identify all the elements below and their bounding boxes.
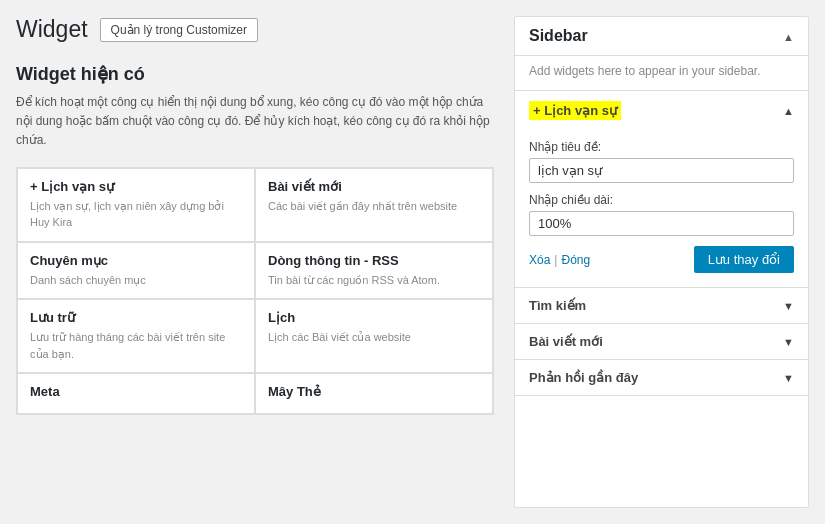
form-field-title: Nhập tiêu đề: bbox=[529, 140, 794, 183]
widget-name-lich-van-su: + Lịch vạn sự bbox=[30, 179, 114, 194]
accordion-phan-hoi-label: Phản hồi gần đây bbox=[529, 370, 638, 385]
field-title-input[interactable] bbox=[529, 158, 794, 183]
widget-name-luu-tru: Lưu trữ bbox=[30, 310, 242, 325]
accordion-lich-van-su-body: Nhập tiêu đề: Nhập chiều dài: Xóa | Đóng… bbox=[515, 130, 808, 287]
widget-desc-luu-tru: Lưu trữ hàng tháng các bài viết trên sit… bbox=[30, 329, 242, 362]
field-width-input[interactable] bbox=[529, 211, 794, 236]
sidebar-panel: Sidebar Add widgets here to appear in yo… bbox=[514, 16, 809, 508]
widget-name-meta: Meta bbox=[30, 384, 242, 399]
accordion-bai-viet-moi: Bài viết mới bbox=[515, 324, 808, 360]
widget-desc-lich: Lịch các Bài viết của website bbox=[268, 329, 480, 346]
accordion-lich-van-su-header[interactable]: + Lịch vạn sự bbox=[515, 91, 808, 130]
form-links: Xóa | Đóng bbox=[529, 253, 590, 267]
accordion-tim-kiem-label: Tìm kiếm bbox=[529, 298, 586, 313]
sidebar-collapse-icon[interactable] bbox=[783, 28, 794, 44]
available-widgets-desc: Để kích hoạt một công cụ hiển thị nội du… bbox=[16, 93, 494, 151]
customizer-button[interactable]: Quản lý trong Customizer bbox=[100, 18, 258, 42]
widget-desc-lich-van-su: Lịch vạn sự, lịch vạn niên xây dựng bởi … bbox=[30, 198, 242, 231]
widget-name-chuyen-muc: Chuyên mục bbox=[30, 253, 242, 268]
accordion-lich-van-su-arrow[interactable] bbox=[783, 103, 794, 118]
widget-item-chuyen-muc[interactable]: Chuyên mục Danh sách chuyên mục bbox=[17, 242, 255, 300]
widget-name-bai-viet-moi: Bài viết mới bbox=[268, 179, 480, 194]
widget-name-rss: Dòng thông tin - RSS bbox=[268, 253, 480, 268]
accordion-phan-hoi-header[interactable]: Phản hồi gần đây bbox=[515, 360, 808, 395]
accordion-tim-kiem-header[interactable]: Tìm kiếm bbox=[515, 288, 808, 323]
accordion-lich-van-su-label: + Lịch vạn sự bbox=[529, 101, 621, 120]
available-widgets-title: Widget hiện có bbox=[16, 63, 494, 85]
widget-name-may-the: Mây Thẻ bbox=[268, 384, 480, 399]
close-link[interactable]: Đóng bbox=[561, 253, 590, 267]
sidebar-description: Add widgets here to appear in your sideb… bbox=[515, 56, 808, 91]
field-title-label: Nhập tiêu đề: bbox=[529, 140, 794, 154]
widget-item-lich[interactable]: Lịch Lịch các Bài viết của website bbox=[255, 299, 493, 373]
accordion-tim-kiem-arrow[interactable] bbox=[783, 298, 794, 313]
accordion-lich-van-su: + Lịch vạn sự Nhập tiêu đề: Nhập chiều d… bbox=[515, 91, 808, 288]
widget-grid: + Lịch vạn sự Lịch vạn sự, lịch vạn niên… bbox=[16, 167, 494, 416]
page-title: Widget bbox=[16, 16, 88, 43]
widget-item-lich-van-su[interactable]: + Lịch vạn sự Lịch vạn sự, lịch vạn niên… bbox=[17, 168, 255, 242]
accordion-phan-hoi-arrow[interactable] bbox=[783, 370, 794, 385]
accordion-phan-hoi: Phản hồi gần đây bbox=[515, 360, 808, 396]
accordion-bai-viet-moi-header[interactable]: Bài viết mới bbox=[515, 324, 808, 359]
widget-name-lich: Lịch bbox=[268, 310, 480, 325]
accordion-tim-kiem: Tìm kiếm bbox=[515, 288, 808, 324]
accordion-bai-viet-moi-label: Bài viết mới bbox=[529, 334, 603, 349]
widget-item-meta[interactable]: Meta bbox=[17, 373, 255, 414]
sidebar-title: Sidebar bbox=[529, 27, 588, 45]
field-width-label: Nhập chiều dài: bbox=[529, 193, 794, 207]
accordion-bai-viet-moi-arrow[interactable] bbox=[783, 334, 794, 349]
form-field-width: Nhập chiều dài: bbox=[529, 193, 794, 236]
save-button[interactable]: Lưu thay đổi bbox=[694, 246, 794, 273]
widget-item-luu-tru[interactable]: Lưu trữ Lưu trữ hàng tháng các bài viết … bbox=[17, 299, 255, 373]
widget-desc-rss: Tin bài từ các nguồn RSS và Atom. bbox=[268, 272, 480, 289]
widget-item-rss[interactable]: Dòng thông tin - RSS Tin bài từ các nguồ… bbox=[255, 242, 493, 300]
link-separator: | bbox=[554, 253, 557, 267]
widget-desc-bai-viet-moi: Các bài viết gần đây nhất trên website bbox=[268, 198, 480, 215]
widget-item-bai-viet-moi[interactable]: Bài viết mới Các bài viết gần đây nhất t… bbox=[255, 168, 493, 242]
widget-desc-chuyen-muc: Danh sách chuyên mục bbox=[30, 272, 242, 289]
form-actions: Xóa | Đóng Lưu thay đổi bbox=[529, 246, 794, 273]
delete-link[interactable]: Xóa bbox=[529, 253, 550, 267]
widget-item-may-the[interactable]: Mây Thẻ bbox=[255, 373, 493, 414]
sidebar-header[interactable]: Sidebar bbox=[515, 17, 808, 56]
